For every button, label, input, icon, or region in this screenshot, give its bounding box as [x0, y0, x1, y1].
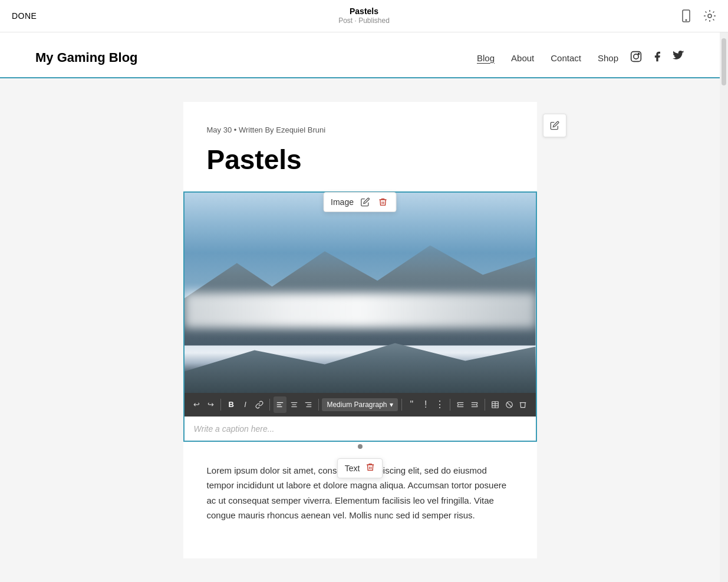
- clear-format-button[interactable]: [503, 396, 516, 413]
- svg-line-26: [506, 402, 511, 406]
- format-toolbar: ↩ ↪ B I: [185, 393, 536, 416]
- twitter-icon[interactable]: [673, 51, 684, 65]
- mobile-preview-icon[interactable]: [680, 9, 693, 22]
- top-bar-actions: [680, 9, 716, 22]
- post-heading: Pastels: [183, 145, 537, 175]
- drag-handle[interactable]: [183, 442, 537, 451]
- image-toolbar: Image: [323, 192, 397, 212]
- site-header: My Gaming Blog Blog About Contact Shop: [0, 32, 720, 78]
- post-inner: May 30 • Written By Ezequiel Bruni Paste…: [183, 102, 537, 558]
- outdent-button[interactable]: [454, 396, 467, 413]
- instagram-icon[interactable]: [630, 51, 642, 65]
- text-delete-icon[interactable]: [365, 462, 375, 474]
- drag-dot: [358, 444, 363, 449]
- svg-point-5: [638, 53, 640, 54]
- done-button[interactable]: DONE: [12, 11, 37, 21]
- site-logo: My Gaming Blog: [35, 50, 138, 65]
- link-button[interactable]: [253, 396, 266, 413]
- scrollbar-thumb[interactable]: [722, 38, 726, 85]
- align-center-button[interactable]: [288, 396, 301, 413]
- text-block: Text Lorem ipsum dolor sit amet, consect…: [183, 451, 537, 535]
- toolbar-separator-6: [485, 399, 485, 411]
- text-toolbar-label: Text: [345, 464, 360, 473]
- paragraph-style-dropdown[interactable]: Medium Paragraph ▾: [322, 398, 397, 411]
- list-button[interactable]: !: [419, 396, 432, 413]
- undo-button[interactable]: ↩: [190, 396, 203, 413]
- image-caption[interactable]: Write a caption here...: [185, 416, 536, 441]
- image-block: Image: [183, 191, 537, 442]
- more-button[interactable]: ⋮: [433, 396, 446, 413]
- post-status-label: Post · Published: [338, 16, 390, 25]
- nav-contact[interactable]: Contact: [551, 53, 581, 63]
- toolbar-separator-5: [450, 399, 450, 411]
- indent-button[interactable]: [468, 396, 481, 413]
- align-left-button[interactable]: [274, 396, 286, 413]
- main-container: My Gaming Blog Blog About Contact Shop: [0, 32, 728, 582]
- image-delete-icon[interactable]: [377, 196, 389, 208]
- nav-blog[interactable]: Blog: [477, 53, 495, 63]
- image-toolbar-label: Image: [331, 197, 354, 207]
- edit-post-button[interactable]: [543, 114, 566, 137]
- facebook-icon[interactable]: [651, 51, 663, 65]
- blockquote-button[interactable]: ": [405, 396, 418, 413]
- align-right-button[interactable]: [302, 396, 315, 413]
- image-edit-icon[interactable]: [360, 196, 371, 208]
- scrollbar-track[interactable]: [720, 32, 728, 582]
- bold-button[interactable]: B: [225, 396, 238, 413]
- clouds-decoration: [185, 293, 536, 328]
- post-status: Pastels Post · Published: [338, 6, 390, 25]
- post-title-bar: Pastels: [338, 6, 390, 16]
- toolbar-separator-1: [220, 399, 221, 411]
- settings-icon[interactable]: [703, 9, 716, 22]
- text-toolbar: Text: [337, 458, 383, 478]
- site-nav: Blog About Contact Shop: [477, 53, 618, 63]
- delete-block-button[interactable]: [517, 396, 530, 413]
- post-meta: May 30 • Written By Ezequiel Bruni: [183, 125, 537, 134]
- content-area: My Gaming Blog Blog About Contact Shop: [0, 32, 720, 582]
- top-bar: DONE Pastels Post · Published: [0, 0, 728, 32]
- toolbar-separator-3: [318, 399, 319, 411]
- italic-button[interactable]: I: [239, 396, 252, 413]
- redo-button[interactable]: ↪: [204, 396, 217, 413]
- nav-shop[interactable]: Shop: [598, 53, 618, 63]
- svg-point-2: [708, 14, 711, 18]
- toolbar-separator-2: [269, 399, 270, 411]
- svg-point-1: [686, 19, 687, 21]
- post-outer: May 30 • Written By Ezequiel Bruni Paste…: [0, 78, 720, 582]
- svg-point-4: [634, 54, 638, 58]
- table-button[interactable]: [489, 396, 502, 413]
- post-image[interactable]: [185, 193, 536, 393]
- toolbar-separator-4: [401, 399, 402, 411]
- social-icons: [630, 51, 684, 65]
- nav-about[interactable]: About: [511, 53, 534, 63]
